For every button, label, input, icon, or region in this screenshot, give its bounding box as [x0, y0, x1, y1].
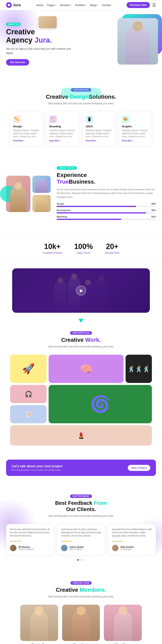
read-more-design[interactable]: Read More →: [13, 140, 40, 142]
cta-subtitle: Be a long accepted it sure you pay. Get …: [12, 469, 63, 471]
video-overlay: ▶: [12, 268, 150, 313]
read-more-graphic[interactable]: Read More →: [122, 140, 149, 142]
test-text-3: Separated they live in Bookmarksgrove ri…: [112, 528, 152, 538]
service-name-graphic: Graphic: [122, 125, 149, 128]
test-card-3: Separated they live in Bookmarksgrove ri…: [108, 524, 156, 555]
cds-section: OUR SERVICES Creative DesignSolutions. S…: [0, 76, 162, 154]
test-author-2: Calvin Quade Web Designer: [61, 545, 101, 551]
dot-3[interactable]: [83, 559, 85, 561]
work-item-3[interactable]: 🕺🕺🕺: [126, 355, 152, 383]
service-desc-branding: Phasellus aliquam. Praesent adipiscing. …: [49, 129, 76, 138]
testimonials-grid: Far far away, behind the word mountains,…: [6, 524, 156, 555]
work-item-4[interactable]: 🌀: [49, 385, 152, 423]
skill-fill-dev: [57, 212, 146, 214]
team-card-2: Steve Harris UX Designer: [62, 605, 100, 644]
service-name-design: Design: [13, 125, 40, 128]
hero-title: Creative Agency Jura.: [6, 28, 75, 44]
service-card-branding: 🏷️ Branding Phasellus aliquam. Praesent …: [46, 112, 79, 146]
hamburger-icon[interactable]: ☰: [152, 2, 156, 8]
hero-subtitle: We are an agency that could help you wit…: [6, 47, 75, 55]
etb-secondary-images: [32, 176, 51, 212]
dot-2[interactable]: [80, 559, 82, 561]
team-name-2: Steve Harris: [62, 643, 100, 644]
hero-image-content: [117, 18, 158, 64]
test-avatar-2: [61, 545, 67, 551]
test-role-3: UX Designer: [120, 548, 134, 550]
nav-blogs[interactable]: Blogs▾: [90, 4, 98, 7]
test-name-1: Oli Denney: [18, 546, 34, 548]
logo[interactable]: Jura: [6, 2, 21, 8]
work-title: Creative Work.: [6, 337, 156, 343]
video-banner: ▶: [12, 268, 150, 313]
stat-projects: 10k+ Completed Projects: [43, 242, 62, 254]
service-card-graphic: 🎨 Graphic Phasellus aliquam. Praesent ad…: [119, 112, 152, 146]
read-more-ui[interactable]: Read More →: [86, 140, 113, 142]
arrow-down-decoration: [78, 319, 84, 323]
work-item-1[interactable]: 🚀: [10, 355, 47, 383]
skill-track-dev: [57, 212, 156, 214]
video-banner-wrapper: ▶: [0, 262, 162, 319]
nav-portfolio[interactable]: Portfolio▾: [75, 4, 87, 7]
team-section: CREATIVE TEAM Creative Members. Start wo…: [0, 569, 162, 644]
etb-section: ABOUT THE US Experience TrueBusiness. Fa…: [0, 154, 162, 234]
skill-dev: Development 90%: [57, 209, 156, 214]
etb-content: ABOUT THE US Experience TrueBusiness. Fa…: [57, 166, 156, 222]
cta-title: Let's talk about your next project: [12, 464, 63, 468]
cta-banner: Let's talk about your next project Be a …: [6, 460, 156, 476]
play-icon: ▶: [80, 288, 83, 293]
nav-pages[interactable]: Pages▾: [47, 4, 56, 7]
start-project-button[interactable]: Start a Project: [128, 465, 150, 471]
hero-section: ABOUT US Creative Agency Jura. We are an…: [0, 10, 162, 76]
logo-icon: [6, 2, 12, 8]
service-desc-design: Phasellus aliquam. Praesent adipiscing. …: [13, 129, 40, 138]
branding-icon: 🏷️: [49, 116, 57, 123]
test-text-2: Lorem ipsum dolor sit amet, consectetur …: [61, 528, 101, 538]
logo-text: Jura: [13, 3, 21, 7]
hero-title-creative: Creative: [6, 28, 35, 36]
team-subtitle: Start working with Jura that can provide…: [41, 595, 121, 598]
dot-1[interactable]: [77, 559, 79, 561]
stat-work: 20+ Annually Work: [105, 242, 119, 254]
test-stars-3: ★★★★★: [112, 540, 152, 543]
stat-value-clients: 100%: [74, 242, 93, 251]
test-stars-2: ★★★★★: [61, 540, 101, 543]
work-item-7[interactable]: 💄: [10, 425, 152, 446]
team-photo-2: [62, 605, 100, 641]
service-card-ui: 📱 UI/UX Phasellus aliquam. Praesent adip…: [83, 112, 116, 146]
work-item-5[interactable]: 🎧: [10, 385, 47, 403]
nav-home[interactable]: Home: [36, 4, 43, 7]
cta-text: Let's talk about your next project Be a …: [12, 464, 63, 471]
stat-value-projects: 10k+: [43, 242, 62, 251]
hero-main-image: [117, 18, 158, 64]
testimonials-section: OUR TESTIMONY Best Feedback From Our Cli…: [0, 482, 162, 569]
skill-track-design: [57, 206, 156, 207]
play-button[interactable]: ▶: [76, 286, 86, 296]
nav-contact[interactable]: Contact: [102, 4, 111, 7]
testimonials-tag: OUR TESTIMONY: [70, 494, 92, 498]
design-icon: ✏️: [13, 116, 21, 123]
work-portfolio-grid: 🚀 🧠 🕺🕺🕺 🎧 🐚 🌀: [10, 355, 152, 446]
hero-cta-button[interactable]: Our Services: [6, 59, 29, 66]
graphic-icon: 🎨: [122, 116, 129, 123]
stat-label-clients: Happy Clients: [74, 252, 93, 254]
team-grid: Christin Cox Marketing Manager Steve Har…: [20, 605, 142, 644]
test-author-1: Oli Denney Graphic Designer: [10, 545, 50, 551]
test-name-3: Dale Gordon: [120, 546, 134, 548]
stat-value-work: 20+: [105, 242, 119, 251]
hero-tag: ABOUT US: [6, 22, 21, 26]
navbar-actions: Purchase Now ☰: [127, 2, 156, 8]
purchase-button[interactable]: Purchase Now: [127, 2, 150, 8]
test-name-2: Calvin Quade: [69, 546, 84, 548]
test-avatar-3: [112, 545, 118, 551]
svg-point-0: [8, 4, 10, 6]
work-item-2[interactable]: 🧠: [49, 355, 124, 383]
skill-marketing: Marketing 65%: [57, 216, 156, 220]
service-name-ui: UI/UX: [86, 125, 113, 128]
stat-clients: 100% Happy Clients: [74, 242, 93, 254]
service-card-design: ✏️ Design Phasellus aliquam. Praesent ad…: [10, 112, 43, 146]
nav-services[interactable]: Services▾: [60, 4, 71, 7]
read-more-branding[interactable]: Read More →: [49, 140, 76, 142]
testimonials-header: OUR TESTIMONY Best Feedback From Our Cli…: [6, 494, 156, 518]
service-desc-graphic: Phasellus aliquam. Praesent adipiscing. …: [122, 129, 149, 138]
work-item-6[interactable]: 🐚: [10, 405, 47, 423]
